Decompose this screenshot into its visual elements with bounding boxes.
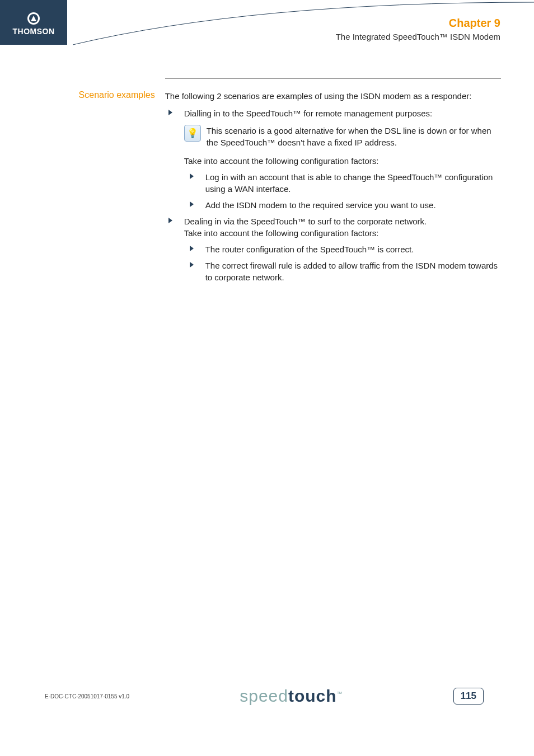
list-item: The correct firewall rule is added to al… xyxy=(184,260,500,283)
list-item: Dialling in to the SpeedTouch™ for remot… xyxy=(165,107,500,211)
list-item: Log in with an account that is able to c… xyxy=(184,171,500,195)
section-label: Scenario examples xyxy=(0,79,165,283)
list-item: Dealing in via the SpeedTouch™ to surf t… xyxy=(165,215,500,283)
footer-logo: speedtouch™ xyxy=(240,687,343,706)
scenario-list: Dialling in to the SpeedTouch™ for remot… xyxy=(165,107,500,283)
scenario-2-line1: Dealing in via the SpeedTouch™ to surf t… xyxy=(184,217,427,226)
header-text: Chapter 9 The Integrated SpeedTouch™ ISD… xyxy=(336,17,500,41)
chapter-title: Chapter 9 xyxy=(336,17,500,30)
footer-logo-bold: touch xyxy=(288,687,337,705)
section-body: The following 2 scenarios are examples o… xyxy=(165,79,500,283)
content-area: Scenario examples The following 2 scenar… xyxy=(0,78,534,283)
footer-logo-light: speed xyxy=(240,687,288,705)
scenario-2-line2: Take into account the following configur… xyxy=(184,228,379,238)
brand-logo: THOMSON xyxy=(0,0,67,36)
document-id: E-DOC-CTC-20051017-0155 v1.0 xyxy=(45,693,129,699)
config-intro-1: Take into account the following configur… xyxy=(184,155,500,167)
trademark-symbol: ™ xyxy=(337,691,343,697)
page: THOMSON Chapter 9 The Integrated SpeedTo… xyxy=(0,0,534,756)
config-list-2: The router configuration of the SpeedTou… xyxy=(184,243,500,283)
page-number: 115 xyxy=(453,688,484,705)
scenario-1-title: Dialling in to the SpeedTouch™ for remot… xyxy=(184,109,433,118)
intro-text: The following 2 scenarios are examples o… xyxy=(165,90,500,102)
list-item: The router configuration of the SpeedTou… xyxy=(184,243,500,255)
tip-text: This scenario is a good alternative for … xyxy=(207,125,500,148)
brand-mark-icon xyxy=(27,12,40,25)
lightbulb-icon: 💡 xyxy=(184,125,201,142)
footer: E-DOC-CTC-20051017-0155 v1.0 speedtouch™… xyxy=(0,687,534,706)
config-list-1: Log in with an account that is able to c… xyxy=(184,171,500,211)
section-row: Scenario examples The following 2 scenar… xyxy=(0,79,500,283)
list-item: Add the ISDN modem to the required servi… xyxy=(184,199,500,211)
brand-name: THOMSON xyxy=(0,27,67,36)
tip-box: 💡 This scenario is a good alternative fo… xyxy=(184,125,500,148)
brand-logo-block: THOMSON xyxy=(0,0,67,45)
chapter-subtitle: The Integrated SpeedTouch™ ISDN Modem xyxy=(336,32,500,41)
